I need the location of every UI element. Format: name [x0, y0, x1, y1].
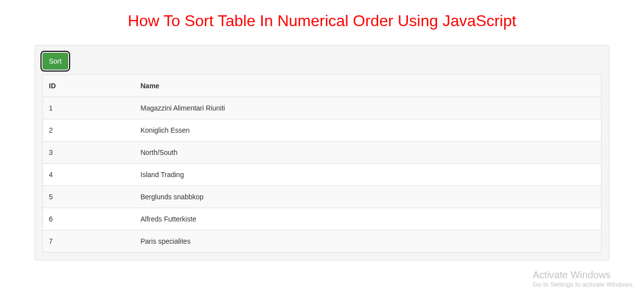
cell-id: 6: [43, 208, 137, 230]
table-row: 7 Paris specialites: [43, 230, 602, 253]
cell-id: 1: [43, 97, 137, 119]
cell-name: Island Trading: [137, 164, 602, 186]
cell-name: Koniglich Essen: [137, 119, 602, 142]
cell-id: 5: [43, 186, 137, 208]
cell-name: Alfreds Futterkiste: [137, 208, 602, 230]
table-row: 5 Berglunds snabbkop: [43, 186, 602, 208]
table-row: 6 Alfreds Futterkiste: [43, 208, 602, 230]
cell-name: North/South: [137, 142, 602, 164]
cell-name: Magazzini Alimentari Riuniti: [137, 97, 602, 119]
cell-id: 3: [43, 142, 137, 164]
table-row: 1 Magazzini Alimentari Riuniti: [43, 97, 602, 119]
cell-name: Paris specialites: [137, 230, 602, 253]
cell-id: 4: [43, 164, 137, 186]
panel: Sort ID Name 1 Magazzini Alimentari Riun…: [35, 45, 609, 260]
data-table: ID Name 1 Magazzini Alimentari Riuniti 2…: [42, 74, 602, 253]
page-title: How To Sort Table In Numerical Order Usi…: [35, 12, 609, 30]
sort-button[interactable]: Sort: [42, 53, 68, 70]
table-row: 2 Koniglich Essen: [43, 119, 602, 142]
cell-name: Berglunds snabbkop: [137, 186, 602, 208]
cell-id: 7: [43, 230, 137, 253]
table-row: 4 Island Trading: [43, 164, 602, 186]
column-header-id: ID: [43, 75, 137, 97]
table-row: 3 North/South: [43, 142, 602, 164]
column-header-name: Name: [137, 75, 602, 97]
cell-id: 2: [43, 119, 137, 142]
